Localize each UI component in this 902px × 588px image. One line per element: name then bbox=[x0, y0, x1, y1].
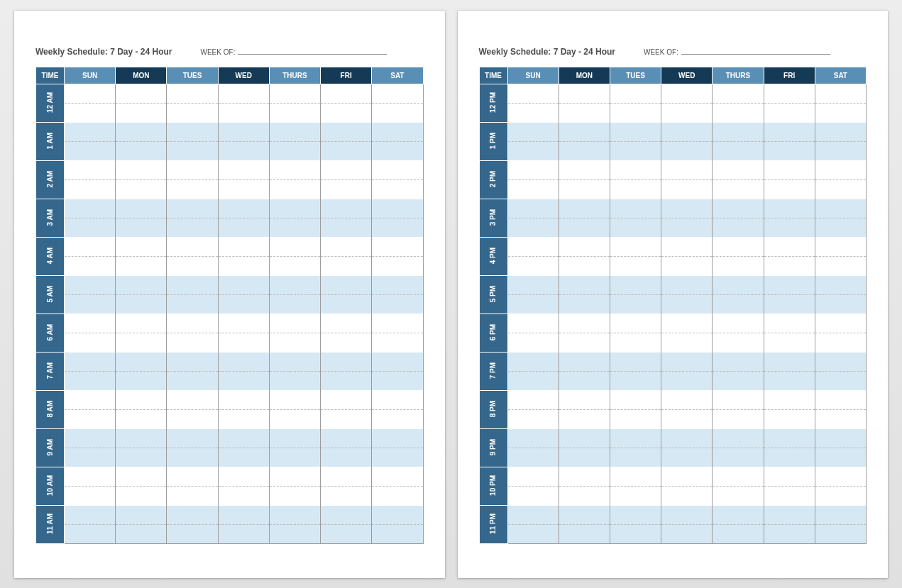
schedule-cell[interactable] bbox=[321, 295, 372, 314]
schedule-cell[interactable] bbox=[116, 525, 167, 544]
schedule-cell[interactable] bbox=[372, 333, 423, 353]
schedule-cell[interactable] bbox=[269, 123, 320, 142]
schedule-cell[interactable] bbox=[610, 295, 661, 314]
schedule-cell[interactable] bbox=[269, 525, 320, 544]
schedule-cell[interactable] bbox=[713, 142, 764, 161]
schedule-cell[interactable] bbox=[661, 333, 713, 353]
schedule-cell[interactable] bbox=[167, 506, 218, 525]
schedule-cell[interactable] bbox=[764, 84, 815, 104]
schedule-cell[interactable] bbox=[764, 295, 815, 314]
schedule-cell[interactable] bbox=[218, 199, 269, 218]
schedule-cell[interactable] bbox=[713, 333, 764, 353]
schedule-cell[interactable] bbox=[321, 238, 372, 257]
schedule-cell[interactable] bbox=[713, 180, 764, 199]
schedule-cell[interactable] bbox=[764, 257, 815, 276]
schedule-cell[interactable] bbox=[610, 84, 661, 104]
schedule-cell[interactable] bbox=[815, 123, 866, 142]
schedule-cell[interactable] bbox=[559, 333, 610, 353]
schedule-cell[interactable] bbox=[764, 487, 815, 506]
schedule-cell[interactable] bbox=[764, 525, 815, 544]
schedule-cell[interactable] bbox=[559, 448, 610, 467]
schedule-cell[interactable] bbox=[167, 314, 218, 333]
schedule-cell[interactable] bbox=[321, 333, 372, 353]
schedule-cell[interactable] bbox=[116, 180, 167, 199]
schedule-cell[interactable] bbox=[713, 429, 764, 448]
schedule-cell[interactable] bbox=[559, 372, 610, 391]
schedule-cell[interactable] bbox=[507, 257, 559, 276]
schedule-cell[interactable] bbox=[713, 372, 764, 391]
schedule-cell[interactable] bbox=[321, 391, 372, 410]
schedule-cell[interactable] bbox=[372, 180, 423, 199]
schedule-cell[interactable] bbox=[269, 104, 320, 123]
schedule-cell[interactable] bbox=[661, 487, 713, 506]
schedule-cell[interactable] bbox=[507, 295, 559, 314]
schedule-cell[interactable] bbox=[764, 104, 815, 123]
schedule-cell[interactable] bbox=[815, 276, 866, 295]
schedule-cell[interactable] bbox=[507, 525, 559, 544]
schedule-cell[interactable] bbox=[321, 142, 372, 161]
schedule-cell[interactable] bbox=[610, 448, 661, 467]
schedule-cell[interactable] bbox=[116, 429, 167, 448]
schedule-cell[interactable] bbox=[815, 142, 866, 161]
schedule-cell[interactable] bbox=[269, 276, 320, 295]
schedule-cell[interactable] bbox=[610, 506, 661, 525]
schedule-cell[interactable] bbox=[65, 410, 116, 429]
schedule-cell[interactable] bbox=[713, 276, 764, 295]
schedule-cell[interactable] bbox=[661, 218, 713, 238]
schedule-cell[interactable] bbox=[713, 353, 764, 372]
schedule-cell[interactable] bbox=[610, 104, 661, 123]
schedule-cell[interactable] bbox=[116, 84, 167, 104]
schedule-cell[interactable] bbox=[321, 372, 372, 391]
schedule-cell[interactable] bbox=[167, 142, 218, 161]
schedule-cell[interactable] bbox=[815, 372, 866, 391]
schedule-cell[interactable] bbox=[507, 333, 559, 353]
schedule-cell[interactable] bbox=[815, 353, 866, 372]
schedule-cell[interactable] bbox=[116, 448, 167, 467]
schedule-cell[interactable] bbox=[610, 525, 661, 544]
schedule-cell[interactable] bbox=[269, 84, 320, 104]
schedule-cell[interactable] bbox=[65, 218, 116, 238]
schedule-cell[interactable] bbox=[116, 238, 167, 257]
schedule-cell[interactable] bbox=[65, 123, 116, 142]
schedule-cell[interactable] bbox=[321, 199, 372, 218]
schedule-cell[interactable] bbox=[610, 429, 661, 448]
schedule-cell[interactable] bbox=[269, 506, 320, 525]
schedule-cell[interactable] bbox=[116, 506, 167, 525]
schedule-cell[interactable] bbox=[269, 238, 320, 257]
schedule-cell[interactable] bbox=[218, 314, 269, 333]
schedule-cell[interactable] bbox=[507, 429, 559, 448]
schedule-cell[interactable] bbox=[116, 276, 167, 295]
schedule-cell[interactable] bbox=[713, 467, 764, 487]
schedule-cell[interactable] bbox=[321, 276, 372, 295]
schedule-cell[interactable] bbox=[559, 257, 610, 276]
schedule-cell[interactable] bbox=[65, 199, 116, 218]
schedule-cell[interactable] bbox=[661, 429, 713, 448]
schedule-cell[interactable] bbox=[661, 180, 713, 199]
schedule-cell[interactable] bbox=[713, 314, 764, 333]
schedule-cell[interactable] bbox=[661, 142, 713, 161]
schedule-cell[interactable] bbox=[815, 104, 866, 123]
schedule-cell[interactable] bbox=[218, 142, 269, 161]
schedule-cell[interactable] bbox=[65, 429, 116, 448]
schedule-cell[interactable] bbox=[372, 257, 423, 276]
schedule-cell[interactable] bbox=[764, 238, 815, 257]
schedule-cell[interactable] bbox=[269, 372, 320, 391]
schedule-cell[interactable] bbox=[218, 257, 269, 276]
schedule-cell[interactable] bbox=[610, 218, 661, 238]
schedule-cell[interactable] bbox=[713, 506, 764, 525]
schedule-cell[interactable] bbox=[167, 161, 218, 180]
schedule-cell[interactable] bbox=[269, 218, 320, 238]
schedule-cell[interactable] bbox=[269, 391, 320, 410]
schedule-cell[interactable] bbox=[321, 161, 372, 180]
schedule-cell[interactable] bbox=[65, 257, 116, 276]
schedule-cell[interactable] bbox=[764, 333, 815, 353]
schedule-cell[interactable] bbox=[116, 333, 167, 353]
schedule-cell[interactable] bbox=[372, 295, 423, 314]
schedule-cell[interactable] bbox=[815, 84, 866, 104]
schedule-cell[interactable] bbox=[815, 410, 866, 429]
schedule-cell[interactable] bbox=[372, 467, 423, 487]
schedule-cell[interactable] bbox=[116, 487, 167, 506]
schedule-cell[interactable] bbox=[218, 180, 269, 199]
schedule-cell[interactable] bbox=[167, 429, 218, 448]
schedule-cell[interactable] bbox=[764, 467, 815, 487]
